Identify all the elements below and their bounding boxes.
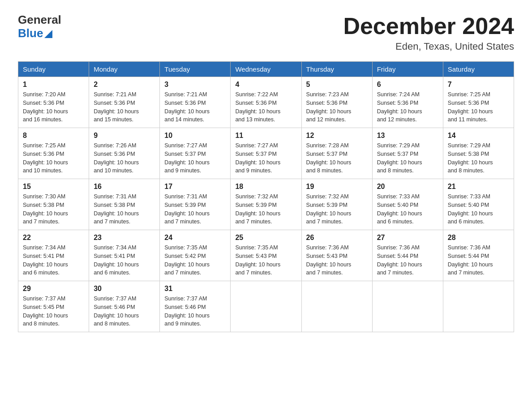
calendar-cell: 23 Sunrise: 7:34 AM Sunset: 5:41 PM Dayl… xyxy=(89,230,160,281)
day-number: 7 xyxy=(448,81,509,89)
day-number: 13 xyxy=(377,132,438,140)
day-number: 5 xyxy=(306,81,368,89)
calendar-cell: 3 Sunrise: 7:21 AM Sunset: 5:36 PM Dayli… xyxy=(160,77,231,128)
weekday-header-friday: Friday xyxy=(372,62,443,77)
day-info: Sunrise: 7:22 AM Sunset: 5:36 PM Dayligh… xyxy=(235,90,296,124)
calendar-cell: 27 Sunrise: 7:36 AM Sunset: 5:44 PM Dayl… xyxy=(372,230,443,281)
calendar-cell: 9 Sunrise: 7:26 AM Sunset: 5:36 PM Dayli… xyxy=(89,128,160,179)
calendar-header-row: SundayMondayTuesdayWednesdayThursdayFrid… xyxy=(18,62,514,77)
day-number: 22 xyxy=(23,234,84,242)
calendar-cell xyxy=(443,281,514,332)
day-number: 6 xyxy=(377,81,438,89)
logo-blue: Blue xyxy=(18,27,43,40)
page-title: December 2024 xyxy=(343,13,514,39)
day-info: Sunrise: 7:36 AM Sunset: 5:44 PM Dayligh… xyxy=(377,244,438,277)
calendar-cell: 30 Sunrise: 7:37 AM Sunset: 5:46 PM Dayl… xyxy=(89,281,160,332)
calendar-cell: 29 Sunrise: 7:37 AM Sunset: 5:45 PM Dayl… xyxy=(18,281,89,332)
day-info: Sunrise: 7:33 AM Sunset: 5:40 PM Dayligh… xyxy=(448,193,509,226)
calendar-week-row: 22 Sunrise: 7:34 AM Sunset: 5:41 PM Dayl… xyxy=(18,230,514,281)
day-number: 14 xyxy=(448,132,509,140)
day-info: Sunrise: 7:24 AM Sunset: 5:36 PM Dayligh… xyxy=(377,90,438,124)
calendar-cell xyxy=(372,281,443,332)
day-info: Sunrise: 7:31 AM Sunset: 5:38 PM Dayligh… xyxy=(94,193,155,226)
day-number: 10 xyxy=(164,132,226,140)
calendar-cell: 16 Sunrise: 7:31 AM Sunset: 5:38 PM Dayl… xyxy=(89,179,160,230)
calendar-week-row: 1 Sunrise: 7:20 AM Sunset: 5:36 PM Dayli… xyxy=(18,77,514,128)
calendar-cell: 12 Sunrise: 7:28 AM Sunset: 5:37 PM Dayl… xyxy=(301,128,372,179)
weekday-header-tuesday: Tuesday xyxy=(160,62,231,77)
day-info: Sunrise: 7:32 AM Sunset: 5:39 PM Dayligh… xyxy=(306,193,368,226)
calendar-cell: 8 Sunrise: 7:25 AM Sunset: 5:36 PM Dayli… xyxy=(18,128,89,179)
day-info: Sunrise: 7:34 AM Sunset: 5:41 PM Dayligh… xyxy=(23,244,84,277)
calendar-cell: 15 Sunrise: 7:30 AM Sunset: 5:38 PM Dayl… xyxy=(18,179,89,230)
weekday-header-sunday: Sunday xyxy=(18,62,89,77)
day-number: 12 xyxy=(306,132,368,140)
day-info: Sunrise: 7:37 AM Sunset: 5:45 PM Dayligh… xyxy=(23,295,84,328)
day-info: Sunrise: 7:26 AM Sunset: 5:36 PM Dayligh… xyxy=(94,141,155,175)
calendar-cell xyxy=(231,281,301,332)
weekday-header-thursday: Thursday xyxy=(301,62,372,77)
day-info: Sunrise: 7:27 AM Sunset: 5:37 PM Dayligh… xyxy=(235,141,296,175)
day-info: Sunrise: 7:33 AM Sunset: 5:40 PM Dayligh… xyxy=(377,193,438,226)
day-number: 31 xyxy=(164,285,226,293)
day-number: 24 xyxy=(164,234,226,242)
day-number: 8 xyxy=(23,132,84,140)
day-number: 15 xyxy=(23,183,84,191)
calendar-cell: 31 Sunrise: 7:37 AM Sunset: 5:46 PM Dayl… xyxy=(160,281,231,332)
calendar-week-row: 15 Sunrise: 7:30 AM Sunset: 5:38 PM Dayl… xyxy=(18,179,514,230)
day-info: Sunrise: 7:20 AM Sunset: 5:36 PM Dayligh… xyxy=(23,90,84,124)
calendar-cell: 14 Sunrise: 7:29 AM Sunset: 5:38 PM Dayl… xyxy=(443,128,514,179)
calendar-cell: 17 Sunrise: 7:31 AM Sunset: 5:39 PM Dayl… xyxy=(160,179,231,230)
calendar-week-row: 8 Sunrise: 7:25 AM Sunset: 5:36 PM Dayli… xyxy=(18,128,514,179)
day-info: Sunrise: 7:25 AM Sunset: 5:36 PM Dayligh… xyxy=(448,90,509,124)
day-number: 26 xyxy=(306,234,368,242)
calendar-cell: 21 Sunrise: 7:33 AM Sunset: 5:40 PM Dayl… xyxy=(443,179,514,230)
day-number: 20 xyxy=(377,183,438,191)
calendar-cell: 7 Sunrise: 7:25 AM Sunset: 5:36 PM Dayli… xyxy=(443,77,514,128)
logo-container: General Blue xyxy=(18,13,61,40)
day-number: 27 xyxy=(377,234,438,242)
day-info: Sunrise: 7:31 AM Sunset: 5:39 PM Dayligh… xyxy=(164,193,226,226)
logo-triangle-icon xyxy=(44,30,52,38)
day-info: Sunrise: 7:21 AM Sunset: 5:36 PM Dayligh… xyxy=(94,90,155,124)
day-info: Sunrise: 7:28 AM Sunset: 5:37 PM Dayligh… xyxy=(306,141,368,175)
calendar-cell: 26 Sunrise: 7:36 AM Sunset: 5:43 PM Dayl… xyxy=(301,230,372,281)
day-info: Sunrise: 7:37 AM Sunset: 5:46 PM Dayligh… xyxy=(94,295,155,328)
day-number: 4 xyxy=(235,81,296,89)
day-number: 21 xyxy=(448,183,509,191)
calendar-cell: 2 Sunrise: 7:21 AM Sunset: 5:36 PM Dayli… xyxy=(89,77,160,128)
day-number: 16 xyxy=(94,183,155,191)
weekday-header-wednesday: Wednesday xyxy=(231,62,301,77)
day-number: 30 xyxy=(94,285,155,293)
day-info: Sunrise: 7:30 AM Sunset: 5:38 PM Dayligh… xyxy=(23,193,84,226)
day-number: 2 xyxy=(94,81,155,89)
logo-text: General Blue xyxy=(18,13,61,40)
calendar-table: SundayMondayTuesdayWednesdayThursdayFrid… xyxy=(18,61,514,332)
day-number: 28 xyxy=(448,234,509,242)
day-number: 23 xyxy=(94,234,155,242)
day-info: Sunrise: 7:27 AM Sunset: 5:37 PM Dayligh… xyxy=(164,141,226,175)
day-info: Sunrise: 7:35 AM Sunset: 5:43 PM Dayligh… xyxy=(235,244,296,277)
day-info: Sunrise: 7:37 AM Sunset: 5:46 PM Dayligh… xyxy=(164,295,226,328)
day-number: 9 xyxy=(94,132,155,140)
day-number: 3 xyxy=(164,81,226,89)
day-number: 11 xyxy=(235,132,296,140)
day-info: Sunrise: 7:32 AM Sunset: 5:39 PM Dayligh… xyxy=(235,193,296,226)
page-subtitle: Eden, Texas, United States xyxy=(343,41,514,52)
day-info: Sunrise: 7:36 AM Sunset: 5:43 PM Dayligh… xyxy=(306,244,368,277)
day-info: Sunrise: 7:29 AM Sunset: 5:37 PM Dayligh… xyxy=(377,141,438,175)
calendar-cell: 24 Sunrise: 7:35 AM Sunset: 5:42 PM Dayl… xyxy=(160,230,231,281)
calendar-week-row: 29 Sunrise: 7:37 AM Sunset: 5:45 PM Dayl… xyxy=(18,281,514,332)
calendar-cell: 22 Sunrise: 7:34 AM Sunset: 5:41 PM Dayl… xyxy=(18,230,89,281)
calendar-cell xyxy=(301,281,372,332)
calendar-cell: 18 Sunrise: 7:32 AM Sunset: 5:39 PM Dayl… xyxy=(231,179,301,230)
logo-general: General xyxy=(18,13,61,27)
day-info: Sunrise: 7:36 AM Sunset: 5:44 PM Dayligh… xyxy=(448,244,509,277)
day-number: 19 xyxy=(306,183,368,191)
day-info: Sunrise: 7:35 AM Sunset: 5:42 PM Dayligh… xyxy=(164,244,226,277)
day-info: Sunrise: 7:34 AM Sunset: 5:41 PM Dayligh… xyxy=(94,244,155,277)
calendar-cell: 6 Sunrise: 7:24 AM Sunset: 5:36 PM Dayli… xyxy=(372,77,443,128)
calendar-cell: 25 Sunrise: 7:35 AM Sunset: 5:43 PM Dayl… xyxy=(231,230,301,281)
weekday-header-saturday: Saturday xyxy=(443,62,514,77)
calendar-cell: 19 Sunrise: 7:32 AM Sunset: 5:39 PM Dayl… xyxy=(301,179,372,230)
